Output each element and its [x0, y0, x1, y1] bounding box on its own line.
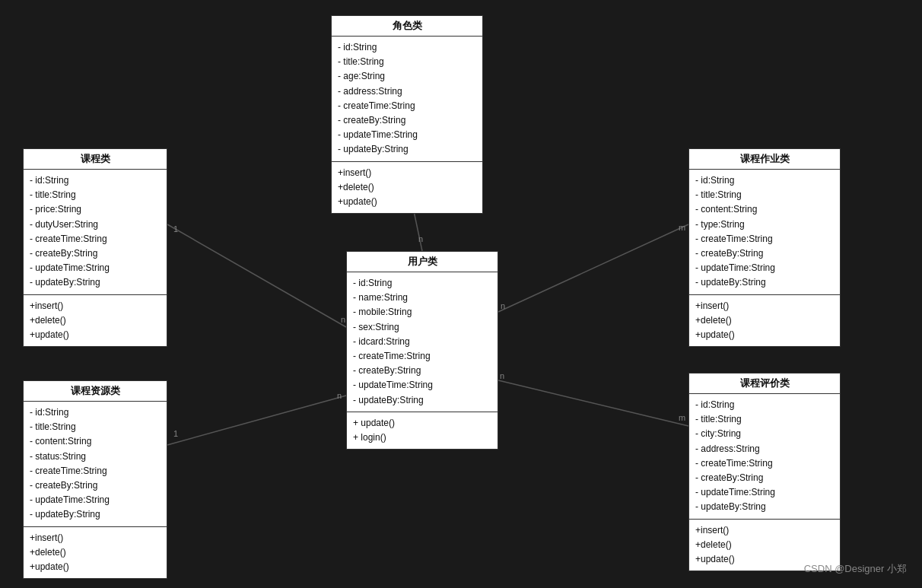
- svg-line-12: [498, 380, 688, 426]
- user-class-title: 用户类: [347, 252, 498, 272]
- svg-line-9: [498, 224, 688, 312]
- svg-text:n: n: [341, 315, 345, 324]
- svg-text:m: m: [679, 223, 685, 232]
- course-resource-class-attrs: - id:String - title:String - content:Str…: [24, 402, 167, 527]
- svg-text:1: 1: [173, 224, 178, 234]
- user-class-methods: + update() + login(): [347, 412, 498, 449]
- role-class-attrs: - id:String - title:String - age:String …: [332, 37, 482, 162]
- course-eval-class: 课程评价类 - id:String - title:String - city:…: [688, 373, 841, 571]
- course-resource-class-title: 课程资源类: [24, 381, 167, 402]
- svg-text:n: n: [501, 301, 505, 310]
- course-work-class-attrs: - id:String - title:String - content:Str…: [689, 170, 840, 295]
- course-class: 课程类 - id:String - title:String - price:S…: [23, 148, 167, 347]
- course-eval-class-attrs: - id:String - title:String - city:String…: [689, 394, 840, 520]
- course-class-attrs: - id:String - title:String - price:Strin…: [24, 170, 167, 295]
- role-class-methods: +insert() +delete() +update(): [332, 162, 482, 214]
- course-eval-class-title: 课程评价类: [689, 373, 840, 394]
- course-resource-class: 课程资源类 - id:String - title:String - conte…: [23, 380, 167, 579]
- svg-line-3: [167, 224, 346, 327]
- svg-text:1: 1: [173, 429, 178, 438]
- course-work-class-methods: +insert() +delete() +update(): [689, 295, 840, 347]
- course-class-title: 课程类: [24, 149, 167, 170]
- role-class-title: 角色类: [332, 16, 482, 37]
- user-class-attrs: - id:String - name:String - mobile:Strin…: [347, 272, 498, 412]
- course-class-methods: +insert() +delete() +update(): [24, 295, 167, 347]
- course-work-class: 课程作业类 - id:String - title:String - conte…: [688, 148, 841, 347]
- svg-text:m: m: [679, 413, 685, 422]
- svg-text:n: n: [418, 234, 423, 243]
- role-class: 角色类 - id:String - title:String - age:Str…: [331, 15, 483, 214]
- course-work-class-title: 课程作业类: [689, 149, 840, 170]
- watermark: CSDN @Designer 小郑: [804, 562, 907, 576]
- svg-line-6: [167, 396, 346, 445]
- user-class: 用户类 - id:String - name:String - mobile:S…: [346, 251, 498, 450]
- svg-text:n: n: [500, 371, 504, 380]
- svg-text:n: n: [337, 391, 342, 400]
- course-resource-class-methods: +insert() +delete() +update(): [24, 527, 167, 579]
